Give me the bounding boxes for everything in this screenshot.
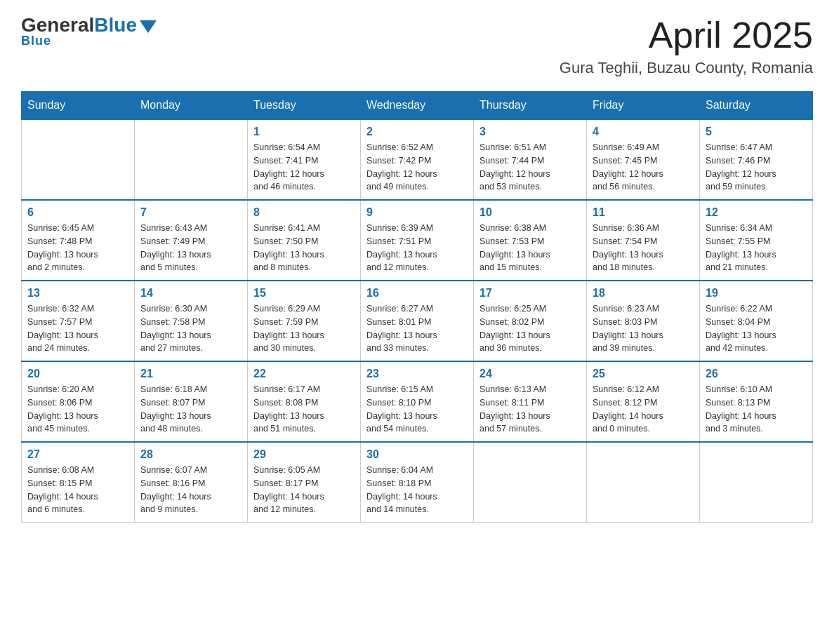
day-number-18: 18: [593, 287, 694, 300]
page-header: General Blue Blue April 2025 Gura Teghii…: [21, 14, 813, 77]
col-monday: Monday: [135, 92, 248, 120]
day-number-21: 21: [140, 368, 241, 380]
col-wednesday: Wednesday: [361, 92, 474, 120]
calendar-cell-w4-d2: 21Sunrise: 6:18 AMSunset: 8:07 PMDayligh…: [135, 361, 248, 442]
calendar-cell-w2-d7: 12Sunrise: 6:34 AMSunset: 7:55 PMDayligh…: [700, 200, 813, 281]
calendar-cell-w5-d4: 30Sunrise: 6:04 AMSunset: 8:18 PMDayligh…: [361, 442, 474, 523]
day-number-26: 26: [706, 368, 807, 380]
month-title: April 2025: [560, 14, 813, 56]
calendar-cell-w5-d5: [474, 442, 587, 523]
day-number-7: 7: [140, 206, 241, 219]
day-number-1: 1: [253, 126, 355, 138]
day-number-6: 6: [27, 206, 128, 219]
week-row-1: 1Sunrise: 6:54 AMSunset: 7:41 PMDaylight…: [22, 119, 813, 200]
calendar-cell-w3-d1: 13Sunrise: 6:32 AMSunset: 7:57 PMDayligh…: [22, 281, 135, 361]
day-number-20: 20: [27, 368, 128, 380]
day-info-18: Sunrise: 6:23 AMSunset: 8:03 PMDaylight:…: [593, 302, 694, 355]
day-info-17: Sunrise: 6:25 AMSunset: 8:02 PMDaylight:…: [479, 302, 581, 355]
day-number-19: 19: [706, 287, 807, 300]
calendar-cell-w3-d6: 18Sunrise: 6:23 AMSunset: 8:03 PMDayligh…: [587, 281, 700, 361]
logo: General Blue Blue: [21, 14, 157, 48]
day-number-22: 22: [253, 368, 355, 380]
day-info-3: Sunrise: 6:51 AMSunset: 7:44 PMDaylight:…: [479, 141, 581, 194]
calendar-cell-w2-d6: 11Sunrise: 6:36 AMSunset: 7:54 PMDayligh…: [587, 200, 700, 281]
day-number-17: 17: [479, 287, 581, 300]
col-friday: Friday: [587, 92, 700, 120]
calendar-cell-w1-d7: 5Sunrise: 6:47 AMSunset: 7:46 PMDaylight…: [700, 119, 813, 200]
day-number-2: 2: [366, 126, 468, 138]
calendar-cell-w1-d2: [135, 119, 248, 200]
day-info-5: Sunrise: 6:47 AMSunset: 7:46 PMDaylight:…: [706, 141, 807, 194]
day-info-9: Sunrise: 6:39 AMSunset: 7:51 PMDaylight:…: [366, 222, 468, 274]
calendar-cell-w3-d3: 15Sunrise: 6:29 AMSunset: 7:59 PMDayligh…: [248, 281, 361, 361]
day-info-8: Sunrise: 6:41 AMSunset: 7:50 PMDaylight:…: [253, 222, 355, 274]
day-number-10: 10: [479, 206, 581, 219]
day-info-20: Sunrise: 6:20 AMSunset: 8:06 PMDaylight:…: [27, 383, 128, 436]
day-number-13: 13: [27, 287, 128, 300]
day-number-29: 29: [253, 448, 355, 461]
day-info-11: Sunrise: 6:36 AMSunset: 7:54 PMDaylight:…: [593, 222, 694, 274]
calendar-cell-w5-d2: 28Sunrise: 6:07 AMSunset: 8:16 PMDayligh…: [135, 442, 248, 523]
week-row-3: 13Sunrise: 6:32 AMSunset: 7:57 PMDayligh…: [22, 281, 813, 361]
calendar-cell-w5-d3: 29Sunrise: 6:05 AMSunset: 8:17 PMDayligh…: [248, 442, 361, 523]
day-info-25: Sunrise: 6:12 AMSunset: 8:12 PMDaylight:…: [593, 383, 694, 436]
week-row-5: 27Sunrise: 6:08 AMSunset: 8:15 PMDayligh…: [22, 442, 813, 523]
day-info-14: Sunrise: 6:30 AMSunset: 7:58 PMDaylight:…: [140, 302, 241, 355]
calendar-cell-w2-d4: 9Sunrise: 6:39 AMSunset: 7:51 PMDaylight…: [361, 200, 474, 281]
calendar-cell-w1-d4: 2Sunrise: 6:52 AMSunset: 7:42 PMDaylight…: [361, 119, 474, 200]
logo-underline: Blue: [21, 34, 157, 48]
calendar-cell-w3-d4: 16Sunrise: 6:27 AMSunset: 8:01 PMDayligh…: [361, 281, 474, 361]
calendar-table: Sunday Monday Tuesday Wednesday Thursday…: [21, 91, 813, 523]
day-info-27: Sunrise: 6:08 AMSunset: 8:15 PMDaylight:…: [27, 464, 128, 516]
day-number-27: 27: [27, 448, 128, 461]
calendar-cell-w1-d6: 4Sunrise: 6:49 AMSunset: 7:45 PMDaylight…: [587, 119, 700, 200]
col-sunday: Sunday: [22, 92, 135, 120]
day-number-16: 16: [366, 287, 468, 300]
day-number-9: 9: [366, 206, 468, 219]
calendar-cell-w4-d5: 24Sunrise: 6:13 AMSunset: 8:11 PMDayligh…: [474, 361, 587, 442]
day-info-13: Sunrise: 6:32 AMSunset: 7:57 PMDaylight:…: [27, 302, 128, 355]
location-title: Gura Teghii, Buzau County, Romania: [560, 59, 813, 77]
day-number-14: 14: [140, 287, 241, 300]
day-info-29: Sunrise: 6:05 AMSunset: 8:17 PMDaylight:…: [253, 464, 355, 516]
day-info-24: Sunrise: 6:13 AMSunset: 8:11 PMDaylight:…: [479, 383, 581, 436]
calendar-cell-w2-d1: 6Sunrise: 6:45 AMSunset: 7:48 PMDaylight…: [22, 200, 135, 281]
calendar-header-row: Sunday Monday Tuesday Wednesday Thursday…: [22, 92, 813, 120]
day-number-28: 28: [140, 448, 241, 461]
day-number-24: 24: [479, 368, 581, 380]
calendar-cell-w3-d5: 17Sunrise: 6:25 AMSunset: 8:02 PMDayligh…: [474, 281, 587, 361]
day-info-30: Sunrise: 6:04 AMSunset: 8:18 PMDaylight:…: [366, 464, 468, 516]
calendar-cell-w4-d1: 20Sunrise: 6:20 AMSunset: 8:06 PMDayligh…: [22, 361, 135, 442]
day-number-30: 30: [366, 448, 468, 461]
calendar-cell-w3-d2: 14Sunrise: 6:30 AMSunset: 7:58 PMDayligh…: [135, 281, 248, 361]
day-number-4: 4: [593, 126, 694, 138]
calendar-cell-w4-d3: 22Sunrise: 6:17 AMSunset: 8:08 PMDayligh…: [248, 361, 361, 442]
calendar-cell-w5-d7: [700, 442, 813, 523]
week-row-2: 6Sunrise: 6:45 AMSunset: 7:48 PMDaylight…: [22, 200, 813, 281]
col-thursday: Thursday: [474, 92, 587, 120]
calendar-cell-w4-d6: 25Sunrise: 6:12 AMSunset: 8:12 PMDayligh…: [587, 361, 700, 442]
calendar-cell-w2-d5: 10Sunrise: 6:38 AMSunset: 7:53 PMDayligh…: [474, 200, 587, 281]
calendar-cell-w4-d7: 26Sunrise: 6:10 AMSunset: 8:13 PMDayligh…: [700, 361, 813, 442]
day-info-10: Sunrise: 6:38 AMSunset: 7:53 PMDaylight:…: [479, 222, 581, 274]
col-saturday: Saturday: [700, 92, 813, 120]
day-info-6: Sunrise: 6:45 AMSunset: 7:48 PMDaylight:…: [27, 222, 128, 274]
title-area: April 2025 Gura Teghii, Buzau County, Ro…: [560, 14, 813, 77]
calendar-cell-w1-d1: [22, 119, 135, 200]
day-number-8: 8: [253, 206, 355, 219]
day-info-22: Sunrise: 6:17 AMSunset: 8:08 PMDaylight:…: [253, 383, 355, 436]
calendar-cell-w1-d3: 1Sunrise: 6:54 AMSunset: 7:41 PMDaylight…: [248, 119, 361, 200]
day-number-5: 5: [706, 126, 807, 138]
day-number-15: 15: [253, 287, 355, 300]
calendar-cell-w5-d6: [587, 442, 700, 523]
day-number-25: 25: [593, 368, 694, 380]
day-info-4: Sunrise: 6:49 AMSunset: 7:45 PMDaylight:…: [593, 141, 694, 194]
calendar-cell-w5-d1: 27Sunrise: 6:08 AMSunset: 8:15 PMDayligh…: [22, 442, 135, 523]
calendar-cell-w3-d7: 19Sunrise: 6:22 AMSunset: 8:04 PMDayligh…: [700, 281, 813, 361]
day-number-11: 11: [593, 206, 694, 219]
week-row-4: 20Sunrise: 6:20 AMSunset: 8:06 PMDayligh…: [22, 361, 813, 442]
day-info-19: Sunrise: 6:22 AMSunset: 8:04 PMDaylight:…: [706, 302, 807, 355]
logo-triangle-icon: [140, 20, 157, 33]
calendar-cell-w4-d4: 23Sunrise: 6:15 AMSunset: 8:10 PMDayligh…: [361, 361, 474, 442]
calendar-cell-w2-d3: 8Sunrise: 6:41 AMSunset: 7:50 PMDaylight…: [248, 200, 361, 281]
